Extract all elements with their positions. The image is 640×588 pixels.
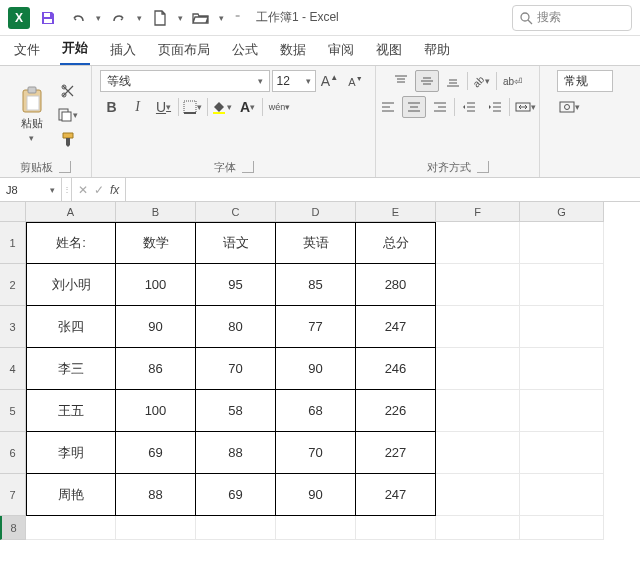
cell-D1[interactable]: 英语	[276, 222, 356, 264]
cell-E1[interactable]: 总分	[356, 222, 436, 264]
cell-A4[interactable]: 李三	[26, 348, 116, 390]
tab-插入[interactable]: 插入	[108, 37, 138, 65]
formula-input[interactable]	[126, 178, 640, 201]
number-format-select[interactable]: 常规	[557, 70, 613, 92]
cell-F8[interactable]	[436, 516, 520, 540]
wrap-text-button[interactable]: ab⏎	[499, 70, 527, 92]
cell-F1[interactable]	[436, 222, 520, 264]
phonetic-button[interactable]: wén ▾	[265, 96, 295, 118]
cell-F5[interactable]	[436, 390, 520, 432]
cell-C1[interactable]: 语文	[196, 222, 276, 264]
cell-G2[interactable]	[520, 264, 604, 306]
font-color-button[interactable]: A ▾	[236, 96, 260, 118]
cell-G8[interactable]	[520, 516, 604, 540]
cell-C3[interactable]: 80	[196, 306, 276, 348]
orientation-button[interactable]: ab▾	[470, 70, 494, 92]
name-box[interactable]: J8 ▾	[0, 178, 62, 201]
col-header-G[interactable]: G	[520, 202, 604, 222]
cell-B1[interactable]: 数学	[116, 222, 196, 264]
underline-button[interactable]: U▾	[152, 96, 176, 118]
cell-D3[interactable]: 77	[276, 306, 356, 348]
cell-A1[interactable]: 姓名:	[26, 222, 116, 264]
cell-E4[interactable]: 246	[356, 348, 436, 390]
cell-G4[interactable]	[520, 348, 604, 390]
tab-数据[interactable]: 数据	[278, 37, 308, 65]
copy-button[interactable]: ▾	[56, 104, 80, 126]
insert-function-button[interactable]: fx	[110, 183, 119, 197]
cell-B6[interactable]: 69	[116, 432, 196, 474]
increase-font-button[interactable]: A▲	[318, 70, 342, 92]
align-right-button[interactable]	[428, 96, 452, 118]
tab-审阅[interactable]: 审阅	[326, 37, 356, 65]
newdoc-dropdown[interactable]: ▾	[178, 13, 183, 23]
cell-E8[interactable]	[356, 516, 436, 540]
undo-button[interactable]	[66, 6, 90, 30]
align-bottom-button[interactable]	[441, 70, 465, 92]
col-header-D[interactable]: D	[276, 202, 356, 222]
dialog-launcher-icon[interactable]	[59, 161, 71, 173]
cell-G3[interactable]	[520, 306, 604, 348]
dialog-launcher-icon[interactable]	[242, 161, 254, 173]
cell-C6[interactable]: 88	[196, 432, 276, 474]
align-top-button[interactable]	[389, 70, 413, 92]
cancel-formula-button[interactable]: ✕	[78, 183, 88, 197]
col-header-E[interactable]: E	[356, 202, 436, 222]
bold-button[interactable]: B	[100, 96, 124, 118]
cell-E5[interactable]: 226	[356, 390, 436, 432]
namebox-resize-handle[interactable]: ⋮	[62, 178, 72, 201]
cell-D4[interactable]: 90	[276, 348, 356, 390]
cell-G1[interactable]	[520, 222, 604, 264]
cell-B5[interactable]: 100	[116, 390, 196, 432]
align-center-button[interactable]	[402, 96, 426, 118]
cell-B8[interactable]	[116, 516, 196, 540]
font-name-select[interactable]: 等线 ▾	[100, 70, 270, 92]
cell-F7[interactable]	[436, 474, 520, 516]
cell-D2[interactable]: 85	[276, 264, 356, 306]
decrease-indent-button[interactable]	[457, 96, 481, 118]
tab-页面布局[interactable]: 页面布局	[156, 37, 212, 65]
row-header-1[interactable]: 1	[0, 222, 26, 264]
cell-B4[interactable]: 86	[116, 348, 196, 390]
cell-E6[interactable]: 227	[356, 432, 436, 474]
paste-button[interactable]: 粘贴 ▾	[12, 82, 52, 148]
cell-C7[interactable]: 69	[196, 474, 276, 516]
col-header-A[interactable]: A	[26, 202, 116, 222]
redo-button[interactable]	[107, 6, 131, 30]
cell-D5[interactable]: 68	[276, 390, 356, 432]
dialog-launcher-icon[interactable]	[477, 161, 489, 173]
cell-E2[interactable]: 280	[356, 264, 436, 306]
cell-A2[interactable]: 刘小明	[26, 264, 116, 306]
col-header-B[interactable]: B	[116, 202, 196, 222]
decrease-font-button[interactable]: A▼	[344, 70, 368, 92]
col-header-C[interactable]: C	[196, 202, 276, 222]
enter-formula-button[interactable]: ✓	[94, 183, 104, 197]
row-header-5[interactable]: 5	[0, 390, 26, 432]
cell-A3[interactable]: 张四	[26, 306, 116, 348]
cell-C4[interactable]: 70	[196, 348, 276, 390]
cell-A8[interactable]	[26, 516, 116, 540]
row-header-3[interactable]: 3	[0, 306, 26, 348]
cell-E3[interactable]: 247	[356, 306, 436, 348]
save-button[interactable]	[36, 6, 60, 30]
fill-color-button[interactable]: ▾	[210, 96, 234, 118]
cell-C5[interactable]: 58	[196, 390, 276, 432]
cell-A7[interactable]: 周艳	[26, 474, 116, 516]
italic-button[interactable]: I	[126, 96, 150, 118]
cell-G5[interactable]	[520, 390, 604, 432]
row-header-7[interactable]: 7	[0, 474, 26, 516]
col-header-F[interactable]: F	[436, 202, 520, 222]
open-dropdown[interactable]: ▾	[219, 13, 224, 23]
cell-B3[interactable]: 90	[116, 306, 196, 348]
cell-B7[interactable]: 88	[116, 474, 196, 516]
cell-A5[interactable]: 王五	[26, 390, 116, 432]
format-painter-button[interactable]	[56, 128, 80, 150]
merge-center-button[interactable]: ▾	[512, 96, 540, 118]
row-header-8[interactable]: 8	[0, 516, 26, 540]
cell-B2[interactable]: 100	[116, 264, 196, 306]
cut-button[interactable]	[56, 80, 80, 102]
tab-视图[interactable]: 视图	[374, 37, 404, 65]
font-size-select[interactable]: 12 ▾	[272, 70, 316, 92]
cell-F4[interactable]	[436, 348, 520, 390]
search-input[interactable]: 搜索	[512, 5, 632, 31]
cell-F3[interactable]	[436, 306, 520, 348]
